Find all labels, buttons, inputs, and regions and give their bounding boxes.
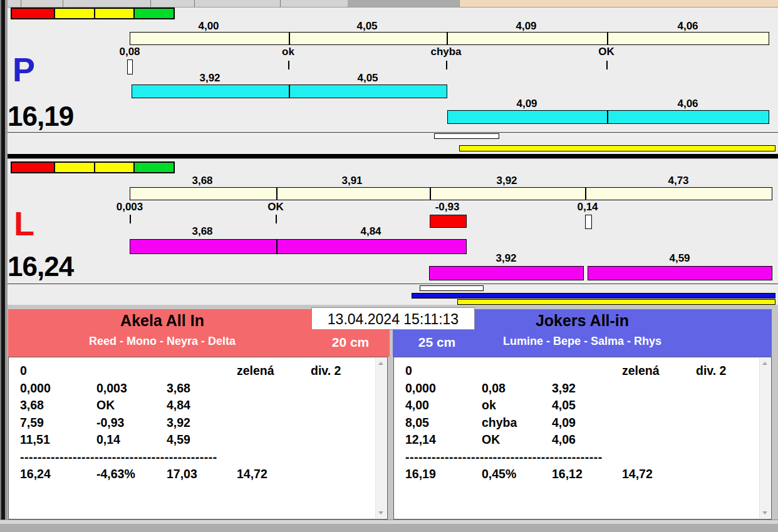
table-cell bbox=[622, 431, 696, 449]
scroll-up-icon[interactable] bbox=[378, 362, 383, 365]
scrollbar[interactable] bbox=[375, 358, 386, 518]
lane-p-run2-bar bbox=[447, 110, 769, 124]
team-left-name: Akela All In bbox=[8, 311, 316, 330]
lane-p-baseline bbox=[8, 132, 778, 133]
table-cell bbox=[237, 380, 311, 397]
table-cell: 16,24 bbox=[20, 466, 96, 483]
traffic-light-green-icon bbox=[133, 161, 175, 173]
table-cell: 0,003 bbox=[96, 380, 167, 397]
table-row: 8,05chyba4,09 bbox=[405, 414, 755, 432]
traffic-light-red-icon bbox=[11, 8, 55, 19]
lane-l-run1-label: 4,84 bbox=[360, 226, 381, 237]
table-row: 4,00ok4,05 bbox=[405, 397, 755, 414]
table-cell bbox=[311, 397, 371, 414]
table-cell bbox=[237, 431, 311, 449]
table-row: 3,68OK4,84 bbox=[20, 397, 371, 414]
lane-p-ruler-label: 4,00 bbox=[198, 21, 219, 31]
table-cell: 4,09 bbox=[552, 414, 622, 432]
lane-p-tick bbox=[288, 61, 289, 69]
lane-l-ruler-label: 3,92 bbox=[496, 175, 517, 186]
lane-l-ruler-label: 3,68 bbox=[192, 175, 212, 186]
table-row: 11,510,144,59 bbox=[20, 431, 371, 449]
table-cell bbox=[622, 380, 696, 397]
table-cell bbox=[167, 362, 237, 380]
lane-l-run1-label: 3,68 bbox=[192, 226, 212, 237]
table-cell bbox=[696, 414, 755, 432]
table-cell: 3,92 bbox=[552, 380, 622, 397]
team-right-results-box[interactable]: 0zelenádiv. 20,0000,083,924,00ok4,058,05… bbox=[393, 357, 772, 519]
scroll-down-icon[interactable] bbox=[762, 511, 767, 514]
lane-l-traffic-lights bbox=[11, 161, 175, 173]
lane-l-run2-label: 4,59 bbox=[669, 253, 690, 263]
lane-l-mark-slot bbox=[585, 215, 592, 229]
lane-p-total-time: 16,19 bbox=[8, 103, 73, 130]
table-cell: 3,92 bbox=[167, 414, 237, 432]
lane-l-mark-label: -0,93 bbox=[435, 202, 460, 212]
table-row: 0,0000,083,92 bbox=[405, 380, 755, 397]
lane-l-panel bbox=[8, 158, 778, 305]
table-row: 12,14OK4,06 bbox=[405, 431, 755, 449]
table-cell: 4,84 bbox=[167, 397, 237, 414]
lane-l-blue-indicator bbox=[412, 293, 775, 299]
scroll-up-icon[interactable] bbox=[762, 362, 767, 365]
lane-l-fault-block bbox=[430, 215, 467, 228]
table-cell bbox=[696, 466, 755, 483]
team-left-results-box[interactable]: 0zelenádiv. 20,0000,0033,683,68OK4,847,5… bbox=[8, 357, 388, 519]
lane-p-run1-label: 3,92 bbox=[199, 73, 220, 83]
table-cell: 8,05 bbox=[405, 414, 482, 432]
lane-p-mark-label: ok bbox=[282, 46, 294, 57]
table-cell: 0 bbox=[20, 362, 96, 380]
lane-p-mark-label: chyba bbox=[430, 46, 461, 57]
lane-p-traffic-lights bbox=[11, 8, 175, 19]
table-cell bbox=[696, 431, 755, 449]
lane-p-start-slot bbox=[127, 59, 133, 74]
table-cell: div. 2 bbox=[696, 362, 755, 380]
lane-l-mark-label: 0,14 bbox=[577, 202, 598, 212]
table-cell bbox=[622, 414, 696, 432]
lane-p-yellow-indicator bbox=[459, 145, 775, 151]
lane-l-progress-outline bbox=[420, 285, 484, 291]
lane-p-run1-label: 4,05 bbox=[357, 73, 378, 83]
table-cell bbox=[622, 397, 696, 414]
scroll-down-icon[interactable] bbox=[378, 511, 383, 514]
team-right-height-class: 25 cm bbox=[404, 334, 470, 350]
table-cell bbox=[696, 380, 755, 397]
lane-l-yellow-indicator bbox=[457, 299, 775, 305]
table-cell: 3,68 bbox=[20, 397, 96, 414]
table-cell: -0,93 bbox=[96, 414, 167, 432]
table-row: 16,190,45%16,1214,72 bbox=[405, 466, 755, 483]
table-cell bbox=[311, 466, 371, 483]
status-strip bbox=[0, 519, 778, 532]
table-row: 0zelenádiv. 2 bbox=[405, 362, 755, 380]
lane-p-letter: P bbox=[13, 53, 35, 86]
table-cell: 3,68 bbox=[167, 380, 237, 397]
lane-l-run2-bar-a bbox=[429, 266, 584, 280]
lane-l-tick bbox=[130, 215, 131, 223]
scrollbar[interactable] bbox=[759, 358, 770, 518]
table-cell: 0,45% bbox=[482, 466, 552, 483]
table-separator: ----------------------------------------… bbox=[20, 449, 371, 466]
table-cell bbox=[311, 380, 371, 397]
lane-l-mark-label: OK bbox=[267, 202, 284, 212]
table-cell: 14,72 bbox=[237, 466, 311, 483]
table-cell bbox=[96, 362, 167, 380]
table-cell: 7,59 bbox=[20, 414, 96, 432]
table-cell: 16,19 bbox=[405, 466, 482, 483]
table-cell: zelená bbox=[237, 362, 311, 380]
table-cell: 4,05 bbox=[552, 397, 622, 414]
table-cell bbox=[237, 414, 311, 432]
lane-l-run2-bar-b bbox=[588, 266, 772, 280]
lane-p-ruler-label: 4,09 bbox=[516, 21, 536, 31]
traffic-light-red-icon bbox=[11, 161, 55, 173]
app-window: 4,00 4,05 4,09 4,06 0,08 ok chyba OK 3,9… bbox=[0, 0, 778, 532]
table-cell: 12,14 bbox=[405, 431, 482, 449]
lane-l-run2-label: 3,92 bbox=[495, 253, 516, 263]
table-cell: 4,59 bbox=[167, 431, 237, 449]
datetime-display: 13.04.2024 15:11:13 bbox=[311, 307, 475, 330]
traffic-light-green-icon bbox=[133, 8, 175, 19]
lane-p-run1-bar bbox=[132, 84, 447, 98]
table-separator: ----------------------------------------… bbox=[405, 449, 755, 466]
table-cell: 14,72 bbox=[622, 466, 696, 483]
traffic-light-yellow-icon bbox=[94, 8, 135, 19]
table-cell bbox=[696, 397, 755, 414]
